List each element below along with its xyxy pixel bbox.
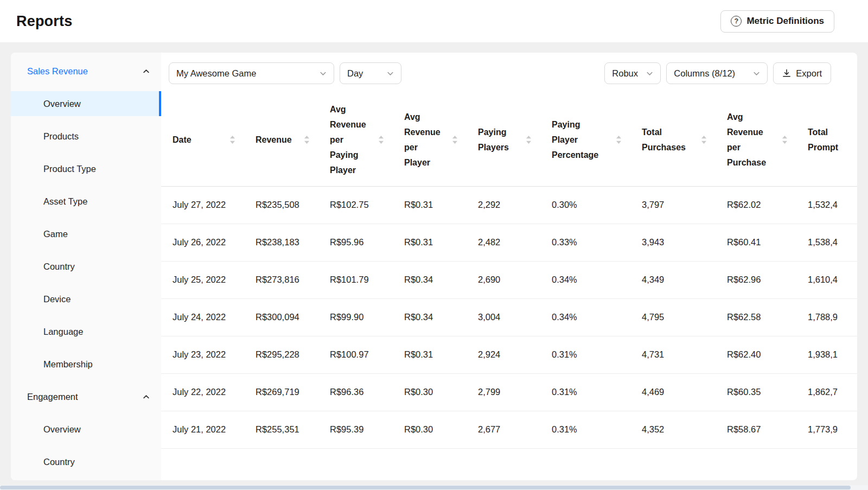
cell-paying-players: 2,677 (467, 411, 540, 448)
sidebar-item-country[interactable]: Country (11, 254, 161, 279)
sidebar-item-membership[interactable]: Membership (11, 352, 161, 377)
cell-revenue: R$235,508 (244, 186, 318, 224)
column-label: AvgRevenueperPayingPlayer (330, 102, 366, 178)
column-header-revenue[interactable]: Revenue (244, 94, 318, 186)
table-row: July 23, 2022R$295,228R$100.97R$0.312,92… (161, 336, 857, 373)
cell-date: July 22, 2022 (161, 373, 244, 411)
cell-avg-revenue-per-purchase: R$62.58 (716, 298, 796, 336)
column-header-avg-revenue-per-player[interactable]: AvgRevenueperPlayer (393, 94, 467, 186)
column-label: TotalPurchases (642, 125, 686, 155)
cell-paying-player-percentage: 0.34% (540, 298, 630, 336)
chevron-up-icon (143, 393, 150, 400)
cell-total-prompt: 1,538,4 (796, 224, 857, 261)
sidebar-item-game[interactable]: Game (11, 221, 161, 246)
metric-definitions-button[interactable]: ? Metric Definitions (720, 10, 834, 33)
game-filter-select[interactable]: My Awesome Game (169, 62, 334, 84)
columns-value: Columns (8/12) (674, 68, 735, 79)
cell-date: July 21, 2022 (161, 411, 244, 448)
sort-icon[interactable] (701, 135, 707, 144)
cell-total-purchases: 4,469 (630, 373, 716, 411)
cell-total-purchases: 4,349 (630, 261, 716, 298)
cell-revenue: R$269,719 (244, 373, 318, 411)
cell-paying-player-percentage: 0.31% (540, 411, 630, 448)
sidebar-item-language[interactable]: Language (11, 319, 161, 344)
cell-total-prompt: 1,938,1 (796, 336, 857, 373)
sort-icon[interactable] (304, 135, 310, 144)
sidebar-item-device[interactable]: Device (11, 287, 161, 311)
sort-icon[interactable] (452, 135, 458, 144)
cell-avg-revenue-per-purchase: R$60.41 (716, 224, 796, 261)
cell-avg-revenue-per-player: R$0.30 (393, 411, 467, 448)
export-label: Export (796, 68, 822, 79)
column-label: TotalPrompt (808, 125, 838, 155)
export-button[interactable]: Export (773, 62, 831, 84)
metric-definitions-label: Metric Definitions (746, 16, 824, 27)
column-header-total-prompt[interactable]: TotalPrompt (796, 94, 857, 186)
sidebar-item-products[interactable]: Products (11, 124, 161, 149)
cell-revenue: R$300,094 (244, 298, 318, 336)
cell-avg-revenue-per-purchase: R$62.02 (716, 186, 796, 224)
column-label: Revenue (256, 132, 292, 148)
cell-revenue: R$238,183 (244, 224, 318, 261)
time-period-select[interactable]: Day (340, 62, 401, 84)
cell-paying-player-percentage: 0.31% (540, 373, 630, 411)
columns-select[interactable]: Columns (8/12) (666, 62, 768, 84)
column-header-date[interactable]: Date (161, 94, 244, 186)
cell-paying-player-percentage: 0.34% (540, 261, 630, 298)
cell-paying-player-percentage: 0.31% (540, 336, 630, 373)
column-header-avg-revenue-per-purchase[interactable]: AvgRevenueperPurchase (716, 94, 796, 186)
column-header-avg-revenue-per-paying-player[interactable]: AvgRevenueperPayingPlayer (318, 94, 393, 186)
cell-total-purchases: 4,352 (630, 411, 716, 448)
column-header-paying-player-percentage[interactable]: PayingPlayerPercentage (540, 94, 630, 186)
sort-icon[interactable] (782, 135, 788, 144)
cell-total-prompt: 1,862,7 (796, 373, 857, 411)
cell-total-purchases: 4,795 (630, 298, 716, 336)
page-body: Sales RevenueOverviewProductsProduct Typ… (0, 42, 868, 490)
sidebar-item-product-type[interactable]: Product Type (11, 156, 161, 181)
table-row: July 27, 2022R$235,508R$102.75R$0.312,29… (161, 186, 857, 224)
sidebar-section-engagement[interactable]: Engagement (11, 384, 161, 409)
sort-icon[interactable] (378, 135, 384, 144)
toolbar: My Awesome Game Day Robux (161, 53, 857, 94)
column-label: PayingPlayerPercentage (552, 117, 598, 163)
column-label: AvgRevenueperPlayer (404, 110, 441, 170)
game-filter-value: My Awesome Game (176, 68, 256, 79)
cell-total-prompt: 1,610,4 (796, 261, 857, 298)
table-body: July 27, 2022R$235,508R$102.75R$0.312,29… (161, 186, 857, 448)
cell-paying-players: 2,292 (467, 186, 540, 224)
sort-icon[interactable] (229, 135, 235, 144)
cell-avg-revenue-per-paying-player: R$96.36 (318, 373, 393, 411)
cell-revenue: R$295,228 (244, 336, 318, 373)
scrollbar-thumb[interactable] (0, 486, 851, 489)
sort-icon[interactable] (616, 135, 622, 144)
table-row: July 24, 2022R$300,094R$99.90R$0.343,004… (161, 298, 857, 336)
report-table: DateRevenueAvgRevenueperPayingPlayerAvgR… (161, 94, 857, 449)
cell-paying-players: 2,482 (467, 224, 540, 261)
table-header-row: DateRevenueAvgRevenueperPayingPlayerAvgR… (161, 94, 857, 186)
column-label: PayingPlayers (478, 125, 509, 155)
sidebar-item-overview[interactable]: Overview (11, 417, 161, 442)
cell-avg-revenue-per-player: R$0.34 (393, 261, 467, 298)
cell-paying-players: 2,924 (467, 336, 540, 373)
cell-avg-revenue-per-player: R$0.31 (393, 186, 467, 224)
cell-date: July 25, 2022 (161, 261, 244, 298)
sort-icon[interactable] (526, 135, 532, 144)
sidebar-item-overview[interactable]: Overview (11, 91, 161, 116)
currency-select[interactable]: Robux (604, 62, 661, 84)
cell-avg-revenue-per-player: R$0.34 (393, 298, 467, 336)
horizontal-scrollbar[interactable] (0, 485, 868, 490)
sidebar-section-label: Sales Revenue (27, 66, 88, 77)
sidebar-section-sales-revenue[interactable]: Sales Revenue (11, 59, 161, 84)
cell-date: July 23, 2022 (161, 336, 244, 373)
cell-total-purchases: 3,797 (630, 186, 716, 224)
question-circle-icon: ? (731, 16, 742, 27)
download-icon (782, 69, 791, 78)
sidebar-item-asset-type[interactable]: Asset Type (11, 189, 161, 214)
time-period-value: Day (347, 68, 363, 79)
cell-avg-revenue-per-paying-player: R$101.79 (318, 261, 393, 298)
column-header-paying-players[interactable]: PayingPlayers (467, 94, 540, 186)
cell-total-prompt: 1,532,4 (796, 186, 857, 224)
column-header-total-purchases[interactable]: TotalPurchases (630, 94, 716, 186)
column-label: AvgRevenueperPurchase (727, 110, 766, 170)
sidebar-item-country[interactable]: Country (11, 449, 161, 474)
